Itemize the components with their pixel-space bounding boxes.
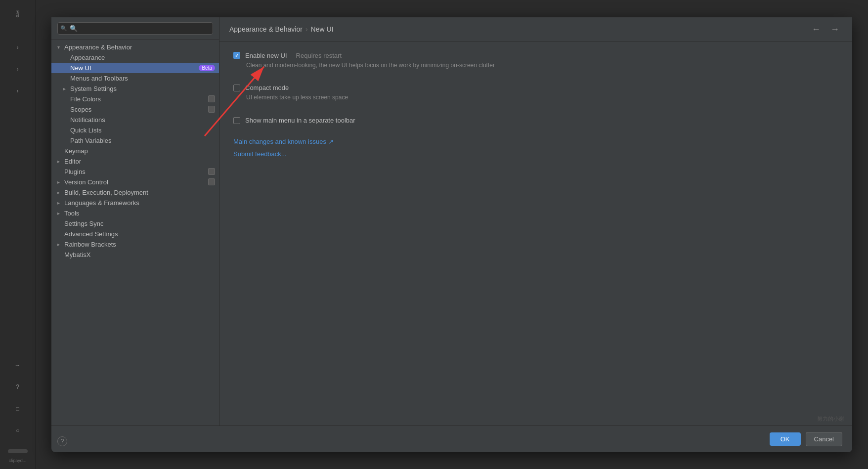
sidebar-label-rainbow: Rainbow Brackets bbox=[64, 241, 215, 248]
sidebar-item-appearance[interactable]: Appearance bbox=[51, 52, 219, 63]
square-icon-file-colors bbox=[208, 95, 215, 102]
sidebar-label-vc: Version Control bbox=[64, 178, 206, 186]
enable-new-ui-row: Enable new UI Requires restart Clean and… bbox=[233, 52, 838, 77]
breadcrumb-current: New UI bbox=[311, 25, 334, 33]
submit-feedback-link[interactable]: Submit feedback... bbox=[233, 150, 838, 158]
edge-item-1[interactable]: › bbox=[4, 38, 32, 57]
square-icon-vc bbox=[208, 178, 215, 185]
sidebar-label-advanced: Advanced Settings bbox=[64, 230, 215, 238]
sidebar-item-languages[interactable]: Languages & Frameworks bbox=[51, 198, 219, 208]
breadcrumb: Appearance & Behavior › New UI bbox=[229, 25, 333, 33]
sidebar-item-scopes[interactable]: Scopes bbox=[51, 104, 219, 115]
show-main-menu-checkbox[interactable] bbox=[233, 117, 240, 124]
sidebar-label-quick-lists: Quick Lists bbox=[70, 127, 215, 134]
enable-new-ui-checkbox[interactable] bbox=[233, 52, 240, 59]
edge-item-bottom-1[interactable]: → bbox=[4, 355, 32, 375]
ok-button[interactable]: OK bbox=[770, 432, 801, 446]
sidebar-label: Appearance & Behavior bbox=[64, 43, 215, 51]
person-icon: ○ bbox=[16, 427, 19, 434]
edge-item-bottom-3[interactable]: □ bbox=[4, 399, 32, 419]
chevron-icon-rainbow bbox=[57, 242, 64, 247]
settings-sidebar: Appearance & Behavior Appearance New UI … bbox=[51, 17, 219, 426]
chevron-icon-langs bbox=[57, 200, 64, 206]
enable-new-ui-wrapper: Enable new UI Requires restart bbox=[233, 52, 495, 59]
edge-item-3[interactable]: › bbox=[4, 81, 32, 101]
sidebar-label-scopes: Scopes bbox=[70, 106, 206, 113]
help-button[interactable]: ? bbox=[57, 436, 67, 446]
chevron-icon-tools bbox=[57, 211, 64, 216]
search-area bbox=[51, 17, 219, 40]
dialog-footer: 努力的小谢 OK Cancel bbox=[51, 426, 852, 452]
search-wrapper bbox=[57, 22, 213, 35]
compact-description-text: UI elements take up less screen space bbox=[246, 94, 348, 101]
sidebar-label-appearance: Appearance bbox=[70, 54, 215, 61]
search-input[interactable] bbox=[57, 22, 213, 35]
edge-item-2[interactable]: › bbox=[4, 59, 32, 79]
sidebar-label-path-variables: Path Variables bbox=[70, 137, 215, 144]
chevron-right-icon-2: › bbox=[17, 66, 19, 73]
compact-mode-label: Compact mode bbox=[245, 84, 289, 91]
sidebar-label-menus: Menus and Toolbars bbox=[70, 75, 215, 82]
description-text: Clean and modern-looking, the new UI hel… bbox=[246, 62, 495, 69]
settings-tree: Appearance & Behavior Appearance New UI … bbox=[51, 40, 219, 426]
breadcrumb-parent: Appearance & Behavior bbox=[229, 25, 303, 33]
enable-new-ui-description: Clean and modern-looking, the new UI hel… bbox=[246, 61, 495, 70]
square-icon-scopes bbox=[208, 106, 215, 113]
sidebar-label-build: Build, Execution, Deployment bbox=[64, 189, 215, 196]
sidebar-item-quick-lists[interactable]: Quick Lists bbox=[51, 125, 219, 135]
sidebar-item-system-settings[interactable]: System Settings bbox=[51, 84, 219, 94]
content-body: Enable new UI Requires restart Clean and… bbox=[219, 42, 852, 426]
show-main-menu-label: Show main menu in a separate toolbar bbox=[245, 117, 355, 124]
forward-button[interactable]: → bbox=[827, 23, 842, 36]
sidebar-item-editor[interactable]: Editor bbox=[51, 156, 219, 167]
sidebar-item-version-control[interactable]: Version Control bbox=[51, 177, 219, 187]
sidebar-label-editor: Editor bbox=[64, 158, 215, 165]
chevron-icon bbox=[57, 44, 64, 50]
back-button[interactable]: ← bbox=[809, 23, 824, 36]
chevron-icon-vc bbox=[57, 179, 64, 185]
nav-buttons: ← → bbox=[809, 23, 842, 36]
main-content-area: Appearance & Behavior › New UI ← → bbox=[219, 17, 852, 426]
ide-left-panel: Pro › › › → ? □ ○ clipayd... bbox=[0, 0, 36, 469]
sidebar-item-keymap[interactable]: Keymap bbox=[51, 146, 219, 156]
sidebar-item-build[interactable]: Build, Execution, Deployment bbox=[51, 187, 219, 198]
edge-item-bottom-2[interactable]: ? bbox=[4, 377, 32, 397]
sidebar-item-new-ui[interactable]: New UI Beta bbox=[51, 63, 219, 73]
sidebar-item-file-colors[interactable]: File Colors bbox=[51, 94, 219, 104]
show-main-menu-wrapper: Show main menu in a separate toolbar bbox=[233, 117, 355, 124]
sidebar-item-appearance-behavior[interactable]: Appearance & Behavior bbox=[51, 42, 219, 52]
sidebar-item-path-variables[interactable]: Path Variables bbox=[51, 135, 219, 146]
help-area: ? bbox=[57, 436, 67, 446]
square-icon-plugins bbox=[208, 168, 215, 175]
compact-mode-wrapper: Compact mode bbox=[233, 84, 348, 91]
beta-badge: Beta bbox=[199, 65, 215, 71]
settings-dialog: Appearance & Behavior Appearance New UI … bbox=[51, 17, 852, 452]
sidebar-item-mybatisx[interactable]: MybatisX bbox=[51, 250, 219, 260]
sidebar-item-advanced[interactable]: Advanced Settings bbox=[51, 229, 219, 239]
compact-mode-checkbox[interactable] bbox=[233, 85, 240, 91]
project-button[interactable]: Pro bbox=[4, 4, 32, 24]
sidebar-label-file-colors: File Colors bbox=[70, 95, 206, 103]
question-icon: ? bbox=[16, 384, 19, 390]
requires-restart-text: Requires restart bbox=[296, 52, 342, 59]
sidebar-item-settings-sync[interactable]: Settings Sync bbox=[51, 218, 219, 229]
sidebar-item-menus-toolbars[interactable]: Menus and Toolbars bbox=[51, 73, 219, 84]
square-icon: □ bbox=[16, 405, 19, 412]
sidebar-item-notifications[interactable]: Notifications bbox=[51, 115, 219, 125]
edge-item-bottom-4[interactable]: ○ bbox=[4, 421, 32, 440]
sidebar-label-mybatisx: MybatisX bbox=[64, 251, 215, 258]
chevron-right-icon: › bbox=[17, 44, 19, 51]
cancel-button[interactable]: Cancel bbox=[806, 432, 842, 446]
sidebar-item-plugins[interactable]: Plugins bbox=[51, 167, 219, 177]
scrollbar-thumb bbox=[8, 449, 28, 453]
sidebar-label-keymap: Keymap bbox=[64, 147, 215, 155]
main-changes-link[interactable]: Main changes and known issues ↗ bbox=[233, 138, 838, 145]
sidebar-item-rainbow[interactable]: Rainbow Brackets bbox=[51, 239, 219, 250]
show-main-menu-row: Show main menu in a separate toolbar bbox=[233, 117, 838, 126]
chevron-right-icon-3: › bbox=[17, 87, 19, 94]
enable-new-ui-label: Enable new UI bbox=[245, 52, 287, 59]
chevron-icon-build bbox=[57, 190, 64, 195]
sidebar-item-tools[interactable]: Tools bbox=[51, 208, 219, 218]
sidebar-label-notifications: Notifications bbox=[70, 116, 215, 124]
chevron-icon-editor bbox=[57, 159, 64, 164]
